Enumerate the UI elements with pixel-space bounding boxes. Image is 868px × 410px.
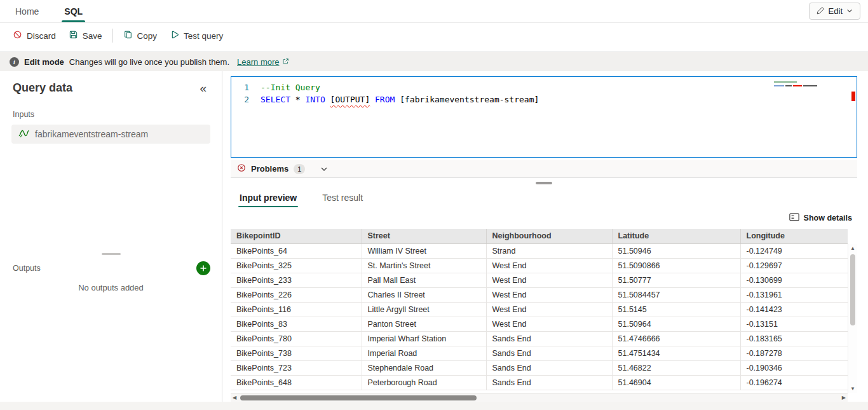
sidebar-header: Query data «	[0, 81, 222, 95]
inputs-section-label: Inputs	[0, 95, 222, 125]
table-cell: 51.5090866	[612, 258, 740, 273]
sql-text: *	[290, 93, 305, 106]
panel-resize-handle[interactable]	[536, 182, 552, 184]
scroll-up-icon[interactable]: ▲	[848, 245, 857, 251]
table-cell: BikePoints_780	[231, 331, 362, 346]
scroll-right-icon[interactable]: ▶	[842, 395, 846, 400]
sql-keyword-select: SELECT	[261, 93, 290, 106]
table-row: BikePoints_325St. Martin's StreetWest En…	[231, 258, 848, 273]
table-row: BikePoints_648Peterborough RoadSands End…	[231, 375, 848, 390]
table-cell: 51.50777	[612, 273, 740, 287]
problems-bar[interactable]: Problems 1	[231, 160, 857, 178]
table-cell: Sands End	[486, 331, 612, 346]
result-tabs: Input preview Test result	[231, 188, 857, 207]
tab-home[interactable]: Home	[13, 0, 41, 22]
table-cell: 51.46904	[612, 375, 740, 390]
table-cell: Little Argyll Street	[362, 302, 486, 317]
table-row: BikePoints_723Stephendale RoadSands End5…	[231, 360, 848, 375]
banner-message: Changes will go live once you publish th…	[69, 57, 229, 67]
sql-space	[370, 93, 375, 106]
app-window: Home SQL Edit Discard	[0, 0, 868, 410]
info-icon: i	[10, 57, 19, 67]
column-header-bikepointid: BikepointID	[231, 229, 362, 243]
table-cell: Sands End	[486, 360, 612, 375]
collapse-sidebar-icon[interactable]: «	[200, 82, 207, 94]
table-cell: BikePoints_648	[231, 375, 362, 390]
table-cell: West End	[486, 302, 612, 317]
details-row: Show details	[231, 210, 856, 226]
table-cell: -0.124749	[740, 243, 848, 258]
query-data-sidebar: Query data « Inputs fabrikameventstream-…	[0, 71, 222, 402]
tab-sql[interactable]: SQL	[62, 0, 85, 22]
editor-minimap[interactable]	[774, 81, 845, 86]
table-cell: William IV Street	[362, 243, 486, 258]
input-item-eventstream[interactable]: fabrikameventstream-stream	[11, 125, 210, 144]
chevron-down-icon	[846, 6, 853, 16]
banner-title: Edit mode	[24, 57, 64, 67]
outputs-section-label: Outputs	[13, 264, 41, 273]
sidebar-spacer-bottom	[0, 292, 222, 402]
show-details-button[interactable]: Show details	[785, 212, 856, 224]
sql-keyword-into: INTO	[305, 93, 325, 106]
table-cell: -0.183165	[740, 331, 848, 346]
learn-more-link[interactable]: Learn more	[237, 57, 288, 67]
problems-label: Problems	[251, 164, 288, 174]
external-link-icon	[282, 57, 289, 67]
table-cell: Charles II Street	[362, 287, 486, 302]
save-label: Save	[83, 31, 102, 41]
table-cell: Stephendale Road	[362, 360, 486, 375]
copy-button[interactable]: Copy	[117, 26, 164, 45]
tab-input-preview[interactable]: Input preview	[238, 188, 298, 207]
vertical-scrollbar-thumb[interactable]	[850, 254, 855, 325]
table-cell: 51.4751434	[612, 346, 740, 360]
sql-source-identifier: [fabrikameventstream-stream]	[395, 93, 539, 106]
play-icon	[170, 30, 179, 41]
horizontal-scrollbar-thumb[interactable]	[240, 395, 477, 400]
table-cell: 51.4746666	[612, 331, 740, 346]
table-cell: West End	[486, 258, 612, 273]
table-cell: Sands End	[486, 346, 612, 360]
table-cell: -0.131961	[740, 287, 848, 302]
line-number-2: 2	[231, 93, 261, 106]
sql-code-editor[interactable]: 1 --Init Query 2 SELECT * INTO [OUTPUT] …	[231, 76, 857, 158]
scroll-left-icon[interactable]: ◀	[233, 395, 236, 400]
error-circle-icon	[237, 163, 246, 175]
table-cell: -0.130699	[740, 273, 848, 287]
input-item-label: fabrikameventstream-stream	[35, 129, 148, 139]
minimap-line-1	[774, 81, 797, 83]
problems-count-badge: 1	[294, 164, 305, 174]
minimap-segment	[785, 85, 792, 86]
table-cell: -0.196274	[740, 375, 848, 390]
vertical-scrollbar[interactable]: ▲ ▼	[848, 244, 857, 393]
ribbon-tab-bar: Home SQL Edit	[0, 0, 868, 23]
copy-icon	[123, 30, 133, 41]
minimap-segment	[793, 85, 802, 86]
tab-test-result-label: Test result	[322, 193, 363, 203]
panel-splitter-row	[231, 178, 857, 188]
table-cell: Imperial Wharf Station	[362, 331, 486, 346]
scroll-down-icon[interactable]: ▼	[848, 386, 857, 392]
table-row: BikePoints_233Pall Mall EastWest End51.5…	[231, 273, 848, 287]
discard-button[interactable]: Discard	[6, 26, 62, 45]
minimap-segment	[774, 85, 784, 86]
code-line-1: 1 --Init Query	[231, 81, 857, 93]
details-pane-icon	[789, 213, 799, 223]
toolbar-divider	[112, 29, 113, 43]
sidebar-resize-handle[interactable]	[102, 253, 121, 255]
save-button[interactable]: Save	[62, 26, 109, 45]
sidebar-title: Query data	[13, 81, 72, 95]
test-query-button[interactable]: Test query	[163, 26, 229, 45]
edit-mode-dropdown-button[interactable]: Edit	[809, 3, 860, 20]
horizontal-scrollbar[interactable]: ◀ ▶	[231, 393, 848, 402]
problems-expand-chevron[interactable]	[320, 165, 328, 173]
outputs-header-row: Outputs	[0, 256, 222, 277]
table-cell: BikePoints_83	[231, 317, 362, 331]
table-row: BikePoints_64William IV StreetStrand51.5…	[231, 243, 848, 258]
add-output-button[interactable]	[196, 261, 210, 275]
table-cell: BikePoints_723	[231, 360, 362, 375]
tab-test-result[interactable]: Test result	[321, 188, 364, 207]
header-chrome: Home SQL Edit Discard	[0, 0, 868, 52]
table-cell: -0.129697	[740, 258, 848, 273]
eventstream-icon	[18, 128, 29, 140]
command-toolbar: Discard Save Copy Test query	[0, 23, 868, 48]
